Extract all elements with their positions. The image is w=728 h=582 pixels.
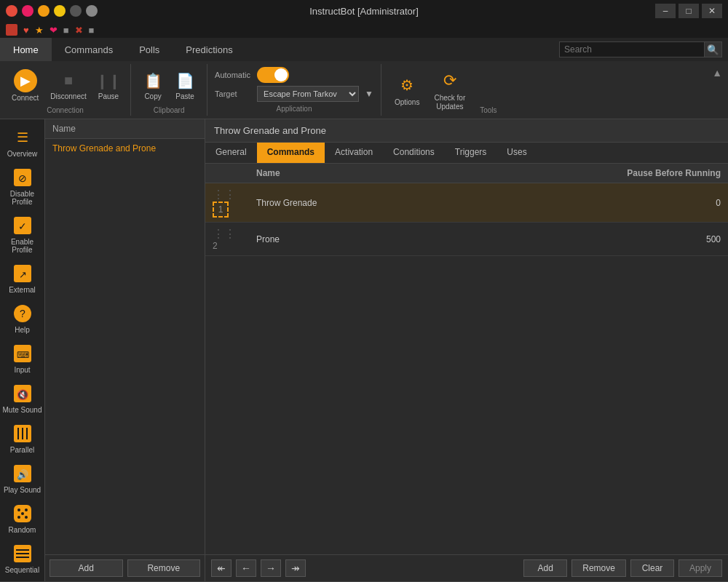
svg-text:↗: ↗: [18, 269, 26, 280]
list-item[interactable]: Throw Grenade and Prone: [45, 139, 205, 158]
left-remove-button[interactable]: Remove: [127, 559, 201, 577]
right-add-button[interactable]: Add: [523, 559, 567, 577]
sidebar-item-play-sound[interactable]: 🔊 Play Sound: [0, 458, 44, 498]
tab-commands[interactable]: Commands: [257, 143, 325, 163]
application-group: Automatic Target Escape From Tarkov ▼ Ap…: [207, 64, 381, 116]
clipboard-row: 📋 Copy 📄 Paste: [138, 64, 199, 106]
svg-point-21: [17, 516, 20, 519]
title-icon-dark: [70, 5, 82, 17]
sidebar-item-sequential[interactable]: Sequential: [0, 538, 44, 578]
target-select[interactable]: Escape From Tarkov: [257, 86, 359, 102]
svg-text:🔇: 🔇: [17, 388, 29, 401]
external-label: External: [9, 286, 36, 294]
left-panel: Name Throw Grenade and Prone Add Remove: [45, 119, 205, 581]
tab-activation[interactable]: Activation: [325, 143, 383, 163]
search-input[interactable]: [559, 41, 705, 57]
row-pause-1: 0: [446, 183, 728, 223]
tab-polls[interactable]: Polls: [126, 38, 173, 61]
target-row: Target Escape From Tarkov ▼: [215, 86, 373, 102]
svg-point-20: [25, 509, 28, 511]
play-sound-label: Play Sound: [4, 486, 41, 494]
paste-icon: 📄: [175, 71, 195, 91]
right-remove-button[interactable]: Remove: [571, 559, 626, 577]
clear-button[interactable]: Clear: [630, 559, 674, 577]
clipboard-group: 📋 Copy 📄 Paste Clipboard: [131, 64, 207, 116]
title-icon-yellow: [54, 5, 66, 17]
nav-first-button[interactable]: ↞: [211, 559, 232, 577]
main-area: ☰ Overview ⊘ Disable Profile ✓ Enable Pr…: [0, 119, 728, 581]
title-icon-gray: [86, 5, 98, 17]
minimize-button[interactable]: –: [655, 4, 676, 18]
paste-button[interactable]: 📄 Paste: [170, 68, 199, 103]
left-panel-footer: Add Remove: [45, 554, 205, 581]
apply-button[interactable]: Apply: [678, 559, 722, 577]
automatic-toggle[interactable]: [257, 67, 289, 83]
copy-button[interactable]: 📋 Copy: [138, 68, 167, 103]
sidebar-item-external[interactable]: ↗ External: [0, 258, 44, 298]
parallel-label: Parallel: [10, 446, 34, 454]
connection-group: ▶ Connect ■ Disconnect ❙❙ Pause Connecti…: [0, 64, 131, 116]
search-button[interactable]: 🔍: [705, 41, 722, 57]
svg-text:?: ?: [20, 308, 25, 319]
nav-last-button[interactable]: ↠: [285, 559, 306, 577]
icon-cross: ✖: [75, 25, 83, 36]
sidebar-item-random[interactable]: Random: [0, 498, 44, 538]
tab-triggers[interactable]: Triggers: [445, 143, 497, 163]
tab-general[interactable]: General: [205, 143, 257, 163]
tab-home[interactable]: Home: [0, 38, 52, 61]
input-label: Input: [14, 366, 30, 374]
nav-prev-button[interactable]: ←: [236, 559, 256, 577]
overview-label: Overview: [7, 150, 38, 158]
table-row[interactable]: ⋮⋮ 2 Prone 500: [205, 223, 728, 256]
automatic-row: Automatic: [215, 67, 373, 83]
sidebar-item-input[interactable]: ⌨ Input: [0, 338, 44, 378]
pause-button[interactable]: ❙❙ Pause: [94, 68, 123, 103]
disconnect-button[interactable]: ■ Disconnect: [46, 68, 90, 103]
svg-point-22: [25, 516, 28, 519]
nav-next-button[interactable]: →: [261, 559, 281, 577]
sidebar-item-overview[interactable]: ☰ Overview: [0, 122, 44, 162]
connection-label: Connection: [47, 106, 84, 116]
tab-conditions[interactable]: Conditions: [383, 143, 445, 163]
sidebar-item-parallel[interactable]: Parallel: [0, 418, 44, 458]
iconbar: ♥ ★ ❤ ■ ✖ ■: [0, 22, 728, 38]
toolbar: ▶ Connect ■ Disconnect ❙❙ Pause Connecti…: [0, 61, 728, 119]
toggle-knob: [274, 68, 288, 81]
title-icon-red: [6, 5, 17, 17]
sidebar-item-disable-profile[interactable]: ⊘ Disable Profile: [0, 162, 44, 210]
mute-sound-label: Mute Sound: [3, 406, 42, 414]
disable-profile-icon: ⊘: [12, 167, 33, 188]
target-dropdown-icon: ▼: [365, 89, 373, 99]
disconnect-icon: ■: [58, 71, 79, 91]
tab-uses[interactable]: Uses: [496, 143, 537, 163]
right-panel-footer: ↞ ← → ↠ Add Remove Clear Apply: [205, 554, 728, 581]
check-updates-button[interactable]: ⟳ Check forUpdates: [428, 66, 471, 114]
connect-button[interactable]: ▶ Connect: [7, 66, 43, 105]
random-icon: [12, 503, 33, 525]
sidebar-item-enable-profile[interactable]: ✓ Enable Profile: [0, 210, 44, 258]
toolbar-collapse-button[interactable]: ▲: [706, 64, 728, 81]
svg-point-19: [17, 509, 20, 511]
left-add-button[interactable]: Add: [50, 559, 123, 577]
help-label: Help: [15, 326, 30, 334]
icon-flame: ♥: [23, 25, 29, 36]
svg-text:⌨: ⌨: [16, 350, 28, 360]
sidebar-item-mute-sound[interactable]: 🔇 Mute Sound: [0, 378, 44, 418]
check-updates-icon: ⟳: [438, 69, 462, 92]
close-button[interactable]: ✕: [702, 4, 722, 18]
table-row[interactable]: ⋮⋮ 1 Throw Grenade 0: [205, 183, 728, 223]
icon-heart2: ❤: [50, 25, 58, 36]
app-logo: [6, 24, 17, 36]
navbar: Home Commands Polls Predictions 🔍: [0, 38, 728, 61]
title-icon-orange: [38, 5, 50, 17]
tab-predictions[interactable]: Predictions: [173, 38, 245, 61]
connection-row: ▶ Connect ■ Disconnect ❙❙ Pause: [7, 64, 123, 106]
random-label: Random: [9, 526, 36, 534]
title-icon-heart: [22, 5, 33, 17]
options-button[interactable]: ⚙ Options: [389, 71, 425, 109]
maximize-button[interactable]: □: [678, 4, 699, 18]
row-num: 1: [218, 204, 223, 215]
play-sound-icon: 🔊: [12, 463, 33, 485]
tab-commands[interactable]: Commands: [52, 38, 126, 61]
sidebar-item-help[interactable]: ? Help: [0, 298, 44, 338]
